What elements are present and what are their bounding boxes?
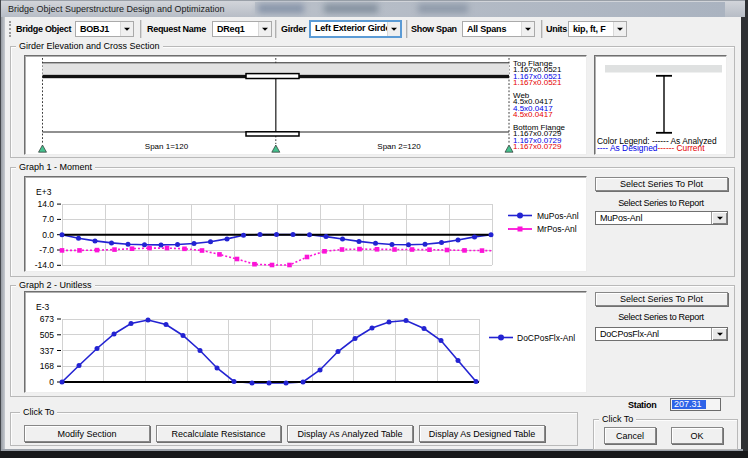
- svg-text:DoCPosFlx-Anl: DoCPosFlx-Anl: [517, 333, 575, 343]
- svg-text:673: 673: [40, 314, 54, 324]
- svg-text:14.0: 14.0: [37, 199, 54, 209]
- svg-text:E+3: E+3: [36, 187, 52, 197]
- svg-text:Span 1=120: Span 1=120: [145, 142, 189, 151]
- svg-text:168: 168: [40, 361, 54, 371]
- svg-text:Span 2=120: Span 2=120: [377, 142, 421, 151]
- svg-text:505: 505: [40, 330, 54, 340]
- svg-text:MrPos-Anl: MrPos-Anl: [537, 224, 577, 234]
- svg-text:E-3: E-3: [36, 302, 50, 312]
- svg-text:---- As Designed------ Current: ---- As Designed------ Current: [597, 143, 705, 153]
- svg-text:1.167x0.0729: 1.167x0.0729: [513, 142, 562, 151]
- svg-text:1.167x0.0521: 1.167x0.0521: [513, 78, 562, 87]
- svg-text:0.0: 0.0: [42, 230, 54, 240]
- svg-text:4.5x0.0417: 4.5x0.0417: [513, 110, 553, 119]
- svg-text:7.0: 7.0: [42, 214, 54, 224]
- svg-text:MuPos-Anl: MuPos-Anl: [537, 211, 579, 221]
- svg-text:0: 0: [49, 377, 54, 387]
- svg-text:337: 337: [40, 346, 54, 356]
- svg-text:-14.0: -14.0: [35, 260, 55, 270]
- svg-text:-7.0: -7.0: [39, 245, 54, 255]
